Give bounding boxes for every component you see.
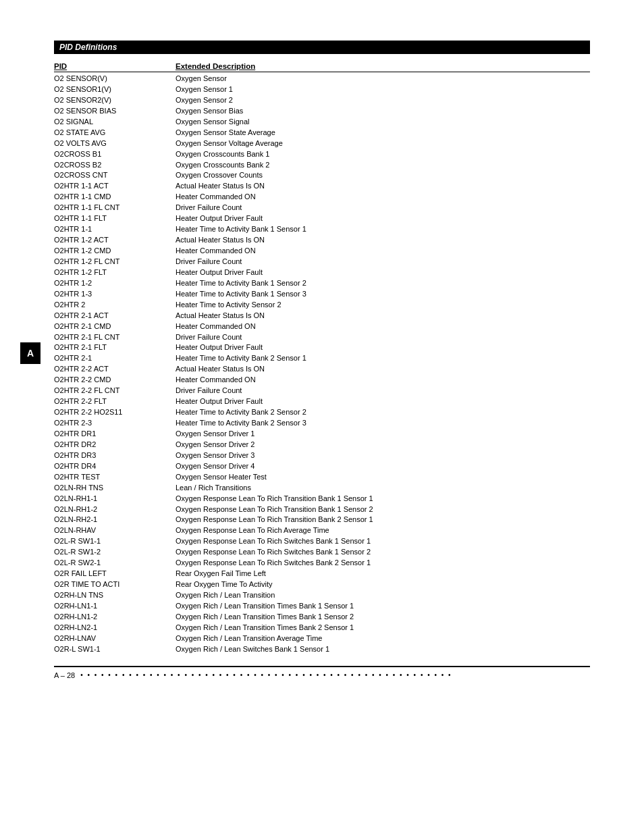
table-row: O2HTR DR1Oxygen Sensor Driver 1 — [54, 429, 590, 440]
desc-cell: Oxygen Rich / Lean Transition Average Ti… — [176, 633, 590, 644]
pid-cell: O2HTR DR2 — [54, 440, 176, 450]
desc-cell: Driver Failure Count — [176, 203, 590, 213]
desc-cell: Heater Output Driver Fault — [176, 213, 590, 224]
pid-cell: O2HTR TEST — [54, 472, 176, 483]
table-row: O2HTR 2Heater Time to Activity Sensor 2 — [54, 300, 590, 311]
pid-cell: O2R TIME TO ACTI — [54, 579, 176, 590]
desc-cell: Oxygen Sensor — [176, 74, 590, 84]
desc-cell: Heater Output Driver Fault — [176, 267, 590, 278]
desc-cell: Oxygen Sensor Voltage Average — [176, 138, 590, 149]
pid-cell: O2HTR 2-1 — [54, 353, 176, 364]
desc-cell: Heater Time to Activity Bank 1 Sensor 3 — [176, 289, 590, 300]
table-row: O2 SENSOR2(V)Oxygen Sensor 2 — [54, 95, 590, 106]
desc-cell: Actual Heater Status Is ON — [176, 235, 590, 246]
col-header-pid: PID — [54, 62, 176, 70]
pid-cell: O2RH-LN1-1 — [54, 601, 176, 612]
pid-cell: O2CROSS B1 — [54, 149, 176, 160]
pid-cell: O2HTR 2-2 HO2S11 — [54, 407, 176, 418]
table-row: O2HTR 1-1Heater Time to Activity Bank 1 … — [54, 224, 590, 235]
desc-cell: Heater Time to Activity Bank 2 Sensor 1 — [176, 353, 590, 364]
desc-cell: Oxygen Rich / Lean Transition Times Bank… — [176, 623, 590, 633]
pid-cell: O2HTR DR3 — [54, 450, 176, 461]
pid-cell: O2L-R SW2-1 — [54, 558, 176, 569]
desc-cell: Oxygen Crosscounts Bank 1 — [176, 149, 590, 160]
pid-cell: O2LN-RH1-2 — [54, 504, 176, 515]
pid-cell: O2R-L SW1-1 — [54, 644, 176, 655]
table-row: O2HTR 2-1 ACTActual Heater Status Is ON — [54, 311, 590, 321]
desc-cell: Oxygen Response Lean To Rich Transition … — [176, 515, 590, 525]
pid-cell: O2HTR 2-2 ACT — [54, 364, 176, 375]
pid-cell: O2CROSS B2 — [54, 160, 176, 171]
table-row: O2RH-LN2-1Oxygen Rich / Lean Transition … — [54, 623, 590, 633]
pid-cell: O2HTR 1-1 FL CNT — [54, 203, 176, 213]
pid-cell: O2L-R SW1-1 — [54, 536, 176, 547]
pid-cell: O2LN-RH1-1 — [54, 494, 176, 504]
desc-cell: Heater Time to Activity Sensor 2 — [176, 300, 590, 311]
table-row: O2HTR 1-1 CMDHeater Commanded ON — [54, 192, 590, 203]
table-row: O2HTR 2-2 FL CNTDriver Failure Count — [54, 386, 590, 396]
table-row: O2 SENSOR(V)Oxygen Sensor — [54, 74, 590, 84]
desc-cell: Heater Time to Activity Bank 1 Sensor 1 — [176, 224, 590, 235]
table-row: O2HTR 1-2 FLTHeater Output Driver Fault — [54, 267, 590, 278]
desc-cell: Oxygen Sensor Driver 2 — [176, 440, 590, 450]
table-row: O2CROSS CNTOxygen Crossover Counts — [54, 170, 590, 181]
pid-cell: O2 SENSOR BIAS — [54, 106, 176, 117]
pid-cell: O2HTR 1-1 ACT — [54, 181, 176, 192]
desc-cell: Heater Commanded ON — [176, 375, 590, 386]
table-row: O2R TIME TO ACTIRear Oxygen Time To Acti… — [54, 579, 590, 590]
desc-cell: Oxygen Crossover Counts — [176, 170, 590, 181]
desc-cell: Oxygen Response Lean To Rich Transition … — [176, 504, 590, 515]
desc-cell: Oxygen Response Lean To Rich Switches Ba… — [176, 536, 590, 547]
desc-cell: Driver Failure Count — [176, 257, 590, 267]
table-row: O2HTR 2-2 HO2S11Heater Time to Activity … — [54, 407, 590, 418]
table-row: O2L-R SW1-1Oxygen Response Lean To Rich … — [54, 536, 590, 547]
pid-cell: O2HTR 1-2 ACT — [54, 235, 176, 246]
table-row: O2HTR 2-1Heater Time to Activity Bank 2 … — [54, 353, 590, 364]
pid-cell: O2HTR 1-2 FL CNT — [54, 257, 176, 267]
pid-cell: O2RH-LN1-2 — [54, 612, 176, 623]
pid-cell: O2HTR 2-2 FL CNT — [54, 386, 176, 396]
pid-cell: O2 SENSOR1(V) — [54, 84, 176, 95]
desc-cell: Heater Time to Activity Bank 2 Sensor 3 — [176, 418, 590, 429]
table-row: O2HTR 2-2 ACTActual Heater Status Is ON — [54, 364, 590, 375]
pid-cell: O2HTR 2 — [54, 300, 176, 311]
desc-cell: Oxygen Response Lean To Rich Switches Ba… — [176, 547, 590, 558]
table-row: O2RH-LN1-1Oxygen Rich / Lean Transition … — [54, 601, 590, 612]
desc-cell: Oxygen Rich / Lean Transition Times Bank… — [176, 612, 590, 623]
table-row: O2CROSS B2Oxygen Crosscounts Bank 2 — [54, 160, 590, 171]
table-row: O2 VOLTS AVGOxygen Sensor Voltage Averag… — [54, 138, 590, 149]
desc-cell: Oxygen Sensor Driver 3 — [176, 450, 590, 461]
pid-cell: O2HTR 1-2 — [54, 278, 176, 289]
table-row: O2R FAIL LEFTRear Oxygen Fail Time Left — [54, 569, 590, 579]
table-row: O2LN-RH TNSLean / Rich Transitions — [54, 483, 590, 494]
section-header: PID Definitions — [54, 41, 590, 54]
desc-cell: Oxygen Response Lean To Rich Average Tim… — [176, 525, 590, 536]
desc-cell: Oxygen Crosscounts Bank 2 — [176, 160, 590, 171]
pid-cell: O2HTR 2-1 FLT — [54, 342, 176, 353]
pid-table: PID Extended Description O2 SENSOR(V)Oxy… — [54, 62, 590, 655]
pid-cell: O2RH-LNAV — [54, 633, 176, 644]
pid-cell: O2L-R SW1-2 — [54, 547, 176, 558]
desc-cell: Heater Time to Activity Bank 2 Sensor 2 — [176, 407, 590, 418]
desc-cell: Heater Output Driver Fault — [176, 342, 590, 353]
table-row: O2LN-RHAVOxygen Response Lean To Rich Av… — [54, 525, 590, 536]
desc-cell: Oxygen Sensor State Average — [176, 128, 590, 138]
desc-cell: Oxygen Sensor Signal — [176, 117, 590, 128]
table-body: O2 SENSOR(V)Oxygen SensorO2 SENSOR1(V)Ox… — [54, 74, 590, 655]
table-row: O2CROSS B1Oxygen Crosscounts Bank 1 — [54, 149, 590, 160]
desc-cell: Rear Oxygen Time To Activity — [176, 579, 590, 590]
table-row: O2LN-RH1-1Oxygen Response Lean To Rich T… — [54, 494, 590, 504]
table-row: O2HTR 1-3Heater Time to Activity Bank 1 … — [54, 289, 590, 300]
table-row: O2R-L SW1-1Oxygen Rich / Lean Switches B… — [54, 644, 590, 655]
pid-cell: O2HTR 2-1 ACT — [54, 311, 176, 321]
desc-cell: Oxygen Sensor Driver 4 — [176, 461, 590, 472]
desc-cell: Oxygen Sensor Bias — [176, 106, 590, 117]
pid-cell: O2HTR 2-1 CMD — [54, 321, 176, 332]
pid-cell: O2HTR 2-2 FLT — [54, 396, 176, 407]
desc-cell: Actual Heater Status Is ON — [176, 364, 590, 375]
table-row: O2HTR 2-1 FL CNTDriver Failure Count — [54, 332, 590, 343]
pid-cell: O2 SENSOR2(V) — [54, 95, 176, 106]
desc-cell: Oxygen Response Lean To Rich Switches Ba… — [176, 558, 590, 569]
pid-cell: O2CROSS CNT — [54, 170, 176, 181]
table-row: O2HTR 2-1 CMDHeater Commanded ON — [54, 321, 590, 332]
